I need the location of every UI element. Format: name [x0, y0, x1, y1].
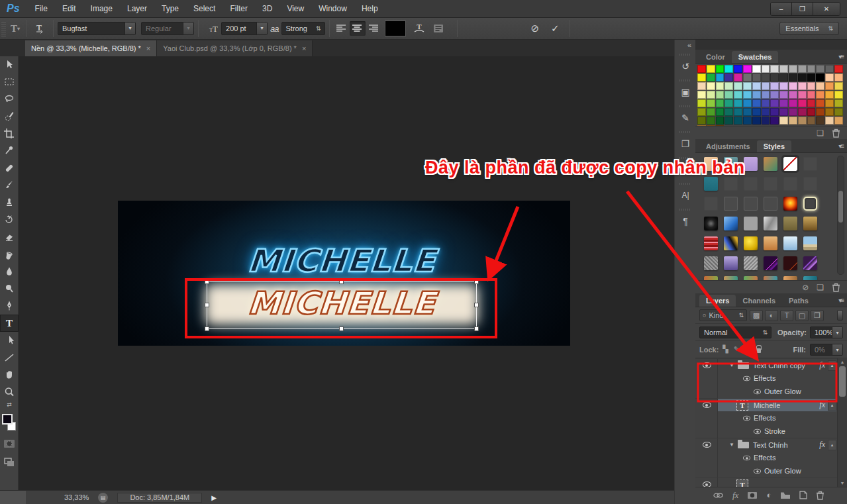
- color-swatch[interactable]: [734, 74, 742, 81]
- hand-tool[interactable]: [0, 366, 19, 383]
- color-swatch[interactable]: [807, 65, 816, 73]
- filter-adjustment-layers-icon[interactable]: ◐: [765, 310, 778, 321]
- character-panel-icon[interactable]: A|: [675, 187, 696, 204]
- clone-source-panel-icon[interactable]: ❐: [675, 135, 696, 152]
- panel-menu-icon[interactable]: ▾≡: [838, 53, 843, 60]
- color-swatch[interactable]: [752, 117, 761, 125]
- style-thumb[interactable]: [764, 276, 777, 280]
- style-thumb[interactable]: [744, 197, 758, 211]
- toggle-character-panel-icon[interactable]: [429, 23, 448, 34]
- color-swatch[interactable]: [697, 74, 706, 81]
- foreground-background-colors[interactable]: [0, 413, 19, 436]
- style-thumb[interactable]: [783, 276, 797, 280]
- style-thumb-none[interactable]: [783, 157, 797, 171]
- text-orientation-icon[interactable]: T: [30, 23, 49, 34]
- collapse-effects-icon[interactable]: ▴: [828, 360, 836, 371]
- style-thumb[interactable]: [803, 236, 817, 250]
- color-swatch[interactable]: [807, 91, 816, 99]
- spot-healing-brush-tool[interactable]: [0, 160, 19, 177]
- filter-smart-objects-icon[interactable]: ❐: [811, 310, 824, 321]
- paragraph-panel-icon[interactable]: ¶: [675, 213, 696, 230]
- color-swatch[interactable]: [724, 108, 733, 116]
- color-swatch[interactable]: [734, 82, 742, 90]
- color-swatch[interactable]: [807, 99, 816, 107]
- close-tab-icon[interactable]: ×: [302, 44, 306, 52]
- style-thumb[interactable]: [744, 236, 758, 250]
- color-swatch[interactable]: [752, 99, 761, 107]
- color-swatch[interactable]: [834, 108, 843, 116]
- rectangular-marquee-tool[interactable]: [0, 74, 19, 91]
- color-swatch[interactable]: [770, 82, 779, 90]
- color-swatch[interactable]: [789, 65, 797, 73]
- color-swatch[interactable]: [716, 91, 724, 99]
- lasso-tool[interactable]: [0, 91, 19, 108]
- color-swatch[interactable]: [734, 117, 742, 125]
- filter-type-layers-icon[interactable]: T: [780, 310, 793, 321]
- color-swatch[interactable]: [716, 117, 724, 125]
- color-swatch[interactable]: [834, 65, 843, 73]
- color-swatch[interactable]: [825, 82, 834, 90]
- foreground-color-swatch[interactable]: [2, 414, 13, 425]
- eyedropper-tool[interactable]: [0, 142, 19, 160]
- color-swatch[interactable]: [834, 82, 843, 90]
- layer-name[interactable]: Michelle: [754, 401, 819, 409]
- color-swatch[interactable]: [697, 125, 706, 126]
- style-thumb[interactable]: [764, 256, 777, 270]
- clear-style-icon[interactable]: ⊘: [802, 283, 809, 292]
- tab-color[interactable]: Color: [699, 51, 732, 63]
- style-thumb-selected[interactable]: [803, 197, 817, 211]
- text-layer-thumbnail[interactable]: T: [736, 479, 748, 487]
- color-swatch[interactable]: [825, 99, 834, 107]
- color-swatch[interactable]: [752, 82, 761, 90]
- color-swatch[interactable]: [734, 99, 742, 107]
- layer-visibility-toggle[interactable]: [695, 442, 718, 448]
- quick-mask-button[interactable]: [0, 436, 19, 451]
- color-swatch[interactable]: [697, 82, 706, 90]
- style-thumb[interactable]: [783, 177, 797, 191]
- color-swatch[interactable]: [798, 65, 807, 73]
- color-swatch[interactable]: [798, 91, 807, 99]
- color-swatch[interactable]: [743, 117, 752, 125]
- layer-filtering-toggle[interactable]: [837, 310, 843, 321]
- color-swatch[interactable]: [779, 91, 788, 99]
- color-swatch[interactable]: [834, 99, 843, 107]
- color-swatch[interactable]: [716, 125, 724, 126]
- color-swatch[interactable]: [762, 74, 770, 81]
- lock-pixels-icon[interactable]: ✎: [734, 345, 740, 354]
- color-swatch[interactable]: [789, 99, 797, 107]
- crop-tool[interactable]: [0, 125, 19, 142]
- style-thumb[interactable]: [704, 177, 718, 191]
- effect-row-effects[interactable]: Effects: [695, 451, 847, 464]
- layer-name[interactable]: Text Chính copy: [753, 362, 819, 370]
- color-swatch[interactable]: [798, 82, 807, 90]
- color-swatch[interactable]: [779, 108, 788, 116]
- new-layer-icon[interactable]: [799, 491, 807, 499]
- history-panel-icon[interactable]: ↺: [675, 58, 696, 75]
- font-family-select[interactable]: Bugfast▾: [58, 22, 136, 35]
- dropdown-arrow-icon[interactable]: ▾: [183, 23, 193, 34]
- color-swatch[interactable]: [734, 91, 742, 99]
- color-swatch[interactable]: [716, 82, 724, 90]
- layer-name[interactable]: Text Chính: [753, 441, 819, 449]
- new-style-icon[interactable]: ❏: [817, 283, 824, 292]
- style-thumb[interactable]: [803, 256, 817, 270]
- color-swatch[interactable]: [789, 117, 797, 125]
- new-swatch-icon[interactable]: ❏: [817, 128, 824, 138]
- color-swatch[interactable]: [807, 108, 816, 116]
- history-brush-tool[interactable]: [0, 211, 19, 228]
- color-swatch[interactable]: [825, 117, 834, 125]
- close-button[interactable]: ✕: [813, 3, 840, 15]
- tab-paths[interactable]: Paths: [782, 295, 815, 307]
- color-swatch[interactable]: [707, 117, 715, 125]
- warp-text-icon[interactable]: T: [409, 23, 429, 34]
- filter-shape-layers-icon[interactable]: ▢: [795, 310, 809, 321]
- color-swatch[interactable]: [770, 91, 779, 99]
- lock-position-icon[interactable]: ✛: [745, 345, 751, 354]
- text-layer-thumbnail[interactable]: T: [736, 400, 748, 411]
- menu-help[interactable]: Help: [354, 0, 385, 17]
- style-thumb[interactable]: [704, 276, 718, 280]
- color-swatch[interactable]: [752, 65, 761, 73]
- color-swatch[interactable]: [770, 108, 779, 116]
- color-swatch[interactable]: [762, 117, 770, 125]
- eraser-tool[interactable]: [0, 228, 19, 246]
